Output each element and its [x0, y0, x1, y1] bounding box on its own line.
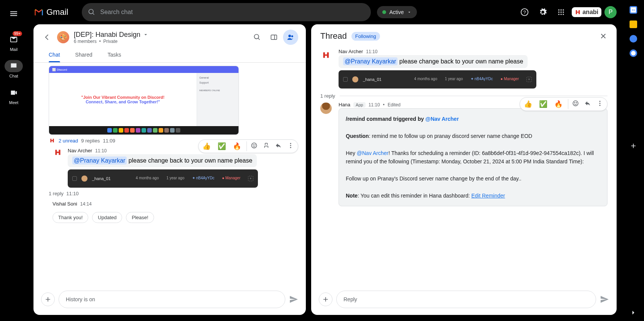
status-label: Active [389, 9, 404, 15]
nav-meet[interactable]: Meet [3, 84, 24, 108]
mention[interactable]: @Pranay Kayarkar [72, 157, 127, 164]
svg-point-18 [290, 143, 291, 144]
members-button[interactable] [283, 30, 298, 45]
nav-chat[interactable]: Chat [3, 57, 24, 81]
tasks-icon[interactable] [630, 35, 637, 43]
apps-button[interactable] [553, 5, 569, 20]
tab-chat[interactable]: Chat [41, 47, 68, 62]
status-chip[interactable]: Active [377, 6, 417, 18]
more-button[interactable] [594, 99, 606, 109]
svg-point-4 [563, 9, 564, 11]
thread-message: Hana App 11:10 • Edited /remind command … [320, 102, 607, 206]
edit-reminder-link[interactable]: Edit Reminder [471, 193, 505, 199]
edited-label: Edited [388, 102, 401, 108]
more-button[interactable] [285, 141, 296, 151]
message-item: Nav Archer 11:10 @Pranay Kayarkar please… [33, 146, 306, 189]
svg-point-17 [255, 145, 256, 145]
search-bar[interactable] [82, 3, 371, 21]
emoji-picker-button[interactable] [570, 99, 581, 109]
emoji-picker-button[interactable] [248, 141, 260, 151]
message-time: 11:10 [95, 148, 107, 153]
thread-button[interactable] [261, 141, 272, 151]
mention[interactable]: @Nav Archer [425, 116, 459, 122]
chat-panel: 🎨 [DEP]: Hanabi Design 6 members • Priva… [33, 24, 306, 315]
collapse-side-panel-button[interactable] [630, 309, 637, 316]
contacts-icon[interactable] [630, 49, 637, 57]
reaction-check[interactable]: ✅ [215, 141, 228, 151]
plus-icon: + [526, 77, 532, 82]
mention[interactable]: @Nav Archer [357, 150, 388, 156]
send-button[interactable] [289, 295, 298, 304]
close-thread-button[interactable] [599, 32, 607, 40]
help-button[interactable]: ? [517, 5, 532, 20]
smart-reply-chip[interactable]: Please! [126, 212, 154, 223]
checkbox-icon [343, 77, 348, 82]
message-item: Vishal Soni 14:14 [33, 199, 306, 209]
hanabi-chip[interactable]: anabi [572, 7, 601, 17]
attachment-bar[interactable]: _hana_01 4 months ago 1 year ago ✦ nB4Ay… [339, 70, 536, 89]
reaction-thumbs-up[interactable]: 👍 [200, 141, 213, 151]
chevron-down-icon [143, 32, 149, 38]
svg-point-3 [561, 9, 562, 11]
reaction-check[interactable]: ✅ [537, 99, 550, 109]
reply-summary[interactable]: 1 reply 11:10 [33, 189, 306, 199]
main-menu-button[interactable] [5, 5, 23, 23]
image-attachment[interactable]: ⬜ Discord "Join Our Vibrant Community on… [49, 66, 239, 135]
compose-input[interactable]: History is on [59, 291, 285, 308]
gmail-logo[interactable]: Gmail [33, 7, 68, 17]
reaction-fire[interactable]: 🔥 [552, 99, 565, 109]
nav-chat-label: Chat [9, 74, 18, 78]
svg-point-7 [563, 11, 564, 13]
hanabi-mini-icon [49, 137, 56, 144]
following-chip[interactable]: Following [351, 32, 380, 41]
calendar-icon[interactable]: 31 [630, 6, 637, 14]
search-input[interactable] [100, 9, 365, 16]
hanabi-label: anabi [582, 9, 598, 16]
nav-rail: 99+ Mail Chat Meet [0, 0, 27, 321]
reply-button[interactable] [582, 99, 593, 109]
nav-mail-label: Mail [10, 47, 17, 52]
reply-input[interactable]: Reply [336, 291, 596, 308]
toggle-panel-button[interactable] [266, 30, 281, 45]
message-time: 11:10 [366, 49, 377, 54]
message-time: 14:14 [80, 201, 92, 207]
keep-icon[interactable] [630, 21, 637, 28]
svg-point-19 [290, 145, 291, 146]
nav-mail[interactable]: 99+ Mail [3, 30, 24, 55]
attachment-bar[interactable]: _hana_01 4 months ago 1 year ago ✦ nB4Ay… [68, 169, 258, 188]
message-bubble: @Pranay Kayarkar please change back to y… [68, 154, 257, 167]
mini-avatar-icon [352, 76, 358, 82]
space-title[interactable]: [DEP]: Hanabi Design [74, 31, 245, 39]
space-avatar: 🎨 [57, 31, 69, 43]
svg-point-22 [574, 103, 575, 103]
smart-reply-chip[interactable]: Updated [92, 212, 122, 223]
compose-add-button[interactable] [319, 293, 332, 306]
svg-point-9 [561, 14, 562, 15]
settings-button[interactable] [535, 5, 550, 20]
reaction-fire[interactable]: 🔥 [231, 141, 243, 151]
compose-add-button[interactable] [41, 293, 55, 306]
tab-shared[interactable]: Shared [68, 47, 100, 62]
compose-row: History is on [33, 287, 306, 315]
account-avatar[interactable]: P [604, 6, 617, 18]
mention[interactable]: @Pranay Kayarkar [343, 57, 398, 65]
svg-point-21 [573, 101, 578, 106]
add-addon-button[interactable] [626, 138, 641, 153]
thread-title: Thread [320, 31, 347, 41]
space-search-button[interactable] [250, 30, 265, 45]
svg-point-2 [558, 9, 560, 11]
svg-point-16 [253, 145, 254, 145]
send-button[interactable] [600, 295, 609, 304]
smart-reply-chip[interactable]: Thank you! [52, 212, 88, 223]
message-author: Nav Archer [339, 49, 363, 54]
reply-button[interactable] [273, 141, 284, 151]
tab-tasks[interactable]: Tasks [100, 47, 129, 62]
message-bubble: @Pranay Kayarkar please change back to y… [339, 55, 528, 68]
unread-count: 2 unread [59, 138, 78, 144]
reaction-thumbs-up[interactable]: 👍 [522, 99, 534, 109]
app-badge: App [353, 102, 366, 108]
chevron-down-icon [407, 10, 412, 14]
side-panel-rail: 31 [623, 0, 644, 321]
back-button[interactable] [41, 32, 52, 43]
svg-point-8 [558, 14, 560, 15]
